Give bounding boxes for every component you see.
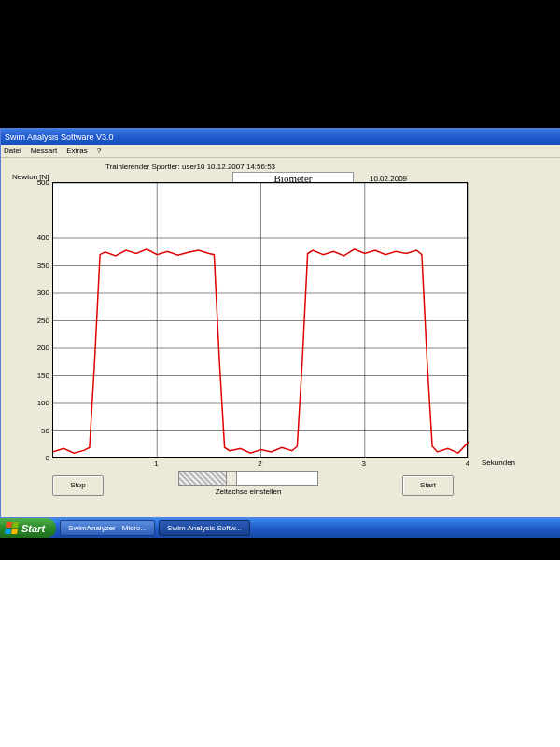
app-window: Swim Analysis Software V3.0 _ ▢ × Datei …	[0, 128, 560, 518]
trainer-info: Trainierender Sportler: user10 10.12.200…	[105, 162, 275, 171]
menubar: Datei Messart Extras ?	[1, 145, 560, 158]
x-tick: 2	[258, 459, 261, 468]
windows-logo-icon	[5, 522, 19, 534]
start-menu-button[interactable]: Start	[0, 518, 56, 538]
trainer-value: user10 10.12.2007 14:56:53	[182, 162, 275, 171]
x-axis-label: Sekunden	[482, 458, 515, 467]
menu-help[interactable]: ?	[97, 147, 101, 155]
y-tick: 400	[29, 233, 49, 242]
x-tick: 4	[466, 459, 469, 468]
window-title: Swim Analysis Software V3.0	[5, 133, 114, 142]
trainer-label-text: Trainierender Sportler:	[105, 162, 180, 171]
y-tick: 100	[29, 399, 49, 407]
zeitachse-control: Zeitachse einstellen	[178, 471, 318, 496]
titlebar[interactable]: Swim Analysis Software V3.0 _ ▢ ×	[1, 129, 560, 145]
menu-messart[interactable]: Messart	[31, 147, 57, 155]
x-tick: 3	[362, 459, 366, 468]
y-tick: 0	[29, 454, 49, 462]
zeitachse-slider[interactable]	[178, 471, 318, 486]
stop-button[interactable]: Stop	[52, 475, 104, 496]
chart	[52, 182, 468, 458]
x-tick: 1	[154, 459, 158, 468]
menu-datei[interactable]: Datei	[4, 147, 21, 155]
zeitachse-label: Zeitachse einstellen	[178, 487, 318, 496]
taskbar-item-1[interactable]: SwimAnalyzer - Micro...	[60, 520, 155, 536]
taskbar-item-2[interactable]: Swim Analysis Softw...	[159, 520, 250, 536]
y-tick: 300	[29, 289, 49, 297]
start-button[interactable]: Start	[402, 475, 454, 496]
menu-extras[interactable]: Extras	[66, 147, 88, 155]
y-tick: 50	[29, 426, 49, 434]
y-tick: 200	[29, 344, 49, 352]
start-menu-label: Start	[21, 523, 45, 534]
y-tick: 250	[29, 316, 49, 324]
content-area: Trainierender Sportler: user10 10.12.200…	[1, 158, 560, 517]
y-tick: 500	[29, 178, 49, 187]
y-tick: 350	[29, 261, 49, 269]
taskbar-item-1-label: SwimAnalyzer - Micro...	[68, 524, 147, 532]
taskbar: Start SwimAnalyzer - Micro... Swim Analy…	[0, 518, 560, 538]
y-tick: 150	[29, 371, 49, 379]
taskbar-item-2-label: Swim Analysis Softw...	[167, 524, 242, 532]
